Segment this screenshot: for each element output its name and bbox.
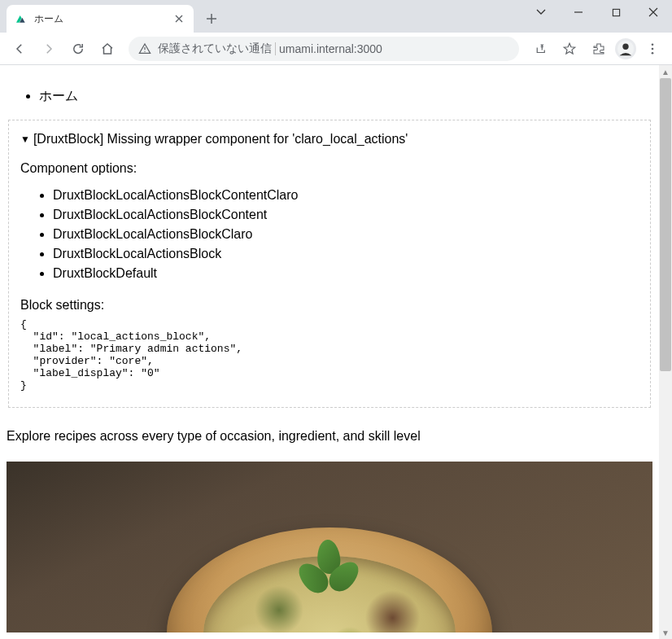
druxt-debug-block: ▼ [DruxtBlock] Missing wrapper component… bbox=[8, 120, 651, 408]
bookmark-button[interactable] bbox=[556, 36, 583, 62]
svg-point-6 bbox=[652, 47, 654, 50]
minimize-button[interactable] bbox=[560, 0, 597, 24]
component-options-list: DruxtBlockLocalActionsBlockContentClaro … bbox=[20, 186, 639, 283]
tab-close-button[interactable] bbox=[172, 12, 185, 25]
close-window-button[interactable] bbox=[635, 0, 672, 24]
menu-button[interactable] bbox=[639, 36, 665, 62]
new-tab-button[interactable] bbox=[200, 7, 223, 30]
nuxt-favicon-icon bbox=[15, 12, 28, 25]
extensions-button[interactable] bbox=[586, 36, 612, 62]
block-settings-label: Block settings: bbox=[20, 298, 639, 313]
url-text: umami.internal:3000 bbox=[279, 42, 382, 55]
hero-recipe-image bbox=[7, 462, 652, 632]
svg-point-4 bbox=[622, 43, 628, 49]
breadcrumb-list: ホーム bbox=[7, 88, 652, 105]
window-titlebar: ホーム bbox=[0, 0, 672, 33]
forward-button[interactable] bbox=[36, 36, 62, 62]
home-button[interactable] bbox=[94, 36, 120, 62]
component-option: DruxtBlockLocalActionsBlock bbox=[53, 244, 639, 264]
vertical-scrollbar[interactable]: ▲ ▼ bbox=[659, 65, 672, 639]
security-status: 保護されていない通信 bbox=[158, 42, 272, 56]
address-bar[interactable]: 保護されていない通信 umami.internal:3000 bbox=[129, 37, 519, 61]
dropdown-icon[interactable] bbox=[522, 0, 560, 24]
explore-heading: Explore recipes across every type of occ… bbox=[7, 429, 652, 444]
share-button[interactable] bbox=[527, 36, 553, 62]
browser-tab[interactable]: ホーム bbox=[7, 5, 194, 33]
not-secure-icon bbox=[138, 42, 151, 55]
profile-avatar[interactable] bbox=[615, 38, 636, 59]
druxt-summary-text: [DruxtBlock] Missing wrapper component f… bbox=[33, 132, 408, 147]
page-content: ホーム ▼ [DruxtBlock] Missing wrapper compo… bbox=[0, 65, 659, 639]
component-option: DruxtBlockLocalActionsBlockClaro bbox=[53, 225, 639, 244]
svg-point-7 bbox=[652, 51, 654, 54]
scroll-down-icon[interactable]: ▼ bbox=[659, 626, 672, 639]
scrollbar-thumb[interactable] bbox=[660, 78, 671, 371]
disclosure-triangle-icon: ▼ bbox=[20, 133, 30, 145]
tab-title: ホーム bbox=[34, 12, 166, 26]
maximize-button[interactable] bbox=[597, 0, 635, 24]
svg-point-2 bbox=[144, 50, 145, 51]
browser-toolbar: 保護されていない通信 umami.internal:3000 bbox=[0, 33, 672, 65]
block-settings-code: { "id": "local_actions_block", "label": … bbox=[20, 319, 639, 392]
druxt-summary-toggle[interactable]: ▼ [DruxtBlock] Missing wrapper component… bbox=[20, 132, 639, 147]
svg-point-5 bbox=[652, 43, 654, 46]
reload-button[interactable] bbox=[65, 36, 91, 62]
component-option: DruxtBlockLocalActionsBlockContentClaro bbox=[53, 186, 639, 205]
back-button[interactable] bbox=[7, 36, 33, 62]
component-option: DruxtBlockDefault bbox=[53, 264, 639, 283]
breadcrumb-home[interactable]: ホーム bbox=[39, 88, 652, 105]
svg-rect-0 bbox=[613, 9, 619, 15]
component-option: DruxtBlockLocalActionsBlockContent bbox=[53, 205, 639, 225]
component-options-label: Component options: bbox=[20, 161, 639, 176]
scroll-up-icon[interactable]: ▲ bbox=[659, 65, 672, 78]
